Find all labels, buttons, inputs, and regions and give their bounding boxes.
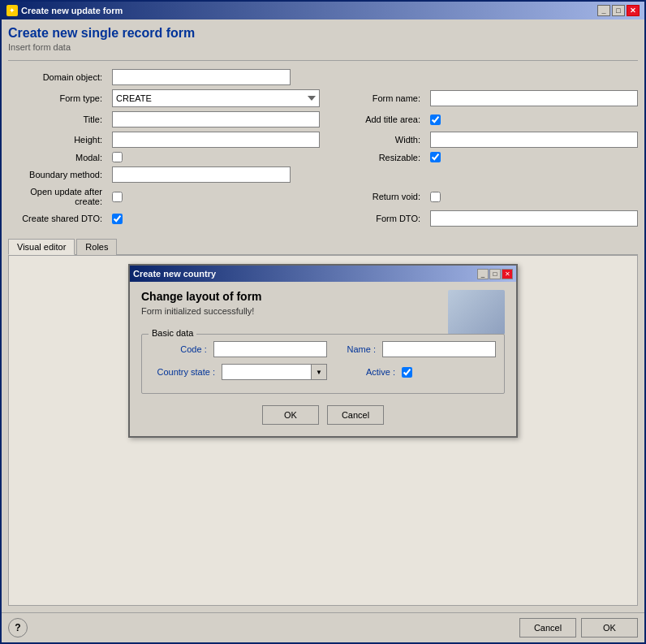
title-input[interactable]: Create new country	[112, 111, 320, 128]
window-icon: ✦	[6, 5, 18, 16]
inner-close-button[interactable]: ✕	[502, 269, 513, 279]
close-button[interactable]: ✕	[627, 5, 640, 16]
modal-checkbox[interactable]	[112, 152, 123, 162]
window-content: Create new single record form Insert for…	[2, 19, 644, 612]
return-void-wrapper	[430, 192, 638, 202]
return-void-checkbox[interactable]	[430, 192, 441, 202]
boundary-method-wrapper: createCountry	[112, 166, 638, 183]
domain-object-field-wrapper: Country	[112, 69, 638, 85]
select-arrow-icon: ▼	[311, 364, 327, 380]
boundary-method-label: Boundary method:	[8, 170, 106, 179]
group-box-legend: Basic data	[149, 328, 196, 338]
form-type-select-wrapper: CREATE	[112, 89, 320, 107]
divider	[8, 60, 638, 61]
inner-ok-button[interactable]: OK	[262, 405, 319, 425]
return-void-label: Return void:	[326, 192, 424, 201]
form-type-label: Form type:	[8, 93, 106, 103]
open-update-label: Open update after create:	[8, 187, 106, 206]
page-title: Create new single record form	[8, 26, 638, 41]
modal-label: Modal:	[8, 153, 106, 162]
inner-title-bar: Create new country _ □ ✕	[130, 266, 516, 282]
form-type-select[interactable]: CREATE	[112, 89, 320, 107]
maximize-button[interactable]: □	[612, 5, 625, 16]
create-shared-dto-label: Create shared DTO:	[8, 214, 106, 223]
domain-object-input[interactable]: Country	[112, 69, 291, 85]
inner-button-row: OK Cancel	[141, 405, 505, 425]
height-label: Height:	[8, 135, 106, 145]
active-checkbox[interactable]	[402, 367, 412, 378]
page-subtitle: Insert form data	[8, 42, 638, 52]
open-update-wrapper	[112, 192, 320, 202]
resizable-checkbox[interactable]	[430, 152, 441, 162]
create-shared-dto-wrapper	[112, 214, 320, 224]
height-input[interactable]: 300	[112, 132, 320, 148]
code-input[interactable]	[213, 341, 327, 357]
title-bar: ✦ Create new update form _ □ ✕	[2, 2, 644, 19]
tab-bar: Visual editor Roles	[8, 238, 638, 255]
name-label: Name :	[334, 344, 376, 354]
modal-wrapper	[112, 152, 320, 162]
basic-data-group: Basic data Code : Name : Country state :	[141, 334, 505, 394]
form-name-input[interactable]: CreateNewCountryDialog	[430, 90, 638, 106]
form-name-label: Form name:	[326, 93, 424, 103]
inner-dialog: Create new country _ □ ✕ Change layout o…	[128, 264, 518, 438]
inner-dialog-title: Create new country	[133, 269, 216, 279]
inner-cancel-button[interactable]: Cancel	[327, 405, 384, 425]
open-update-checkbox[interactable]	[112, 192, 123, 202]
tab-roles[interactable]: Roles	[76, 239, 117, 255]
help-button[interactable]: ?	[8, 618, 28, 638]
inner-maximize-button[interactable]: □	[489, 269, 501, 279]
code-label: Code :	[150, 344, 207, 354]
tab-content-visual-editor: Create new country _ □ ✕ Change layout o…	[8, 255, 638, 606]
window-title: Create new update form	[21, 6, 123, 15]
minimize-button[interactable]: _	[597, 5, 610, 16]
tab-visual-editor[interactable]: Visual editor	[8, 239, 75, 255]
title-label: Title:	[8, 115, 106, 124]
width-label: Width:	[326, 135, 424, 145]
inner-title-buttons: _ □ ✕	[477, 269, 513, 279]
inner-content: Change layout of form Form initialized s…	[130, 282, 516, 436]
add-title-area-checkbox[interactable]	[430, 115, 441, 125]
name-input[interactable]	[382, 341, 496, 357]
country-state-select-wrapper: ▼	[222, 364, 327, 380]
add-title-area-label: Add title area:	[326, 115, 424, 124]
code-name-row: Code : Name :	[150, 341, 496, 357]
form-dto-label: Form DTO:	[326, 214, 424, 223]
inner-minimize-button[interactable]: _	[477, 269, 489, 279]
country-state-active-row: Country state : ▼ Active :	[150, 364, 496, 380]
main-window: ✦ Create new update form _ □ ✕ Create ne…	[0, 0, 646, 644]
cancel-button[interactable]: Cancel	[519, 618, 576, 638]
country-state-label: Country state :	[150, 367, 215, 377]
width-input[interactable]: 480	[430, 132, 638, 148]
resizable-label: Resizable:	[326, 153, 424, 162]
form-dto-input[interactable]: CountryDTO	[430, 210, 638, 227]
active-checkbox-wrapper	[402, 367, 412, 378]
ok-button[interactable]: OK	[581, 618, 638, 638]
active-label: Active :	[347, 367, 395, 377]
bottom-bar: ? Cancel OK	[2, 612, 644, 642]
title-bar-buttons: _ □ ✕	[597, 5, 640, 16]
domain-object-label: Domain object:	[8, 72, 106, 82]
boundary-method-input[interactable]: createCountry	[112, 166, 291, 183]
tabs-container: Visual editor Roles Create new country _…	[8, 238, 638, 606]
resizable-wrapper	[430, 152, 638, 162]
create-shared-dto-checkbox[interactable]	[112, 214, 123, 224]
form-fields: Domain object: Country Form type: CREATE…	[8, 69, 638, 227]
add-title-area-wrapper	[430, 115, 638, 125]
title-bar-left: ✦ Create new update form	[6, 5, 123, 16]
decorative-gradient	[448, 290, 505, 335]
